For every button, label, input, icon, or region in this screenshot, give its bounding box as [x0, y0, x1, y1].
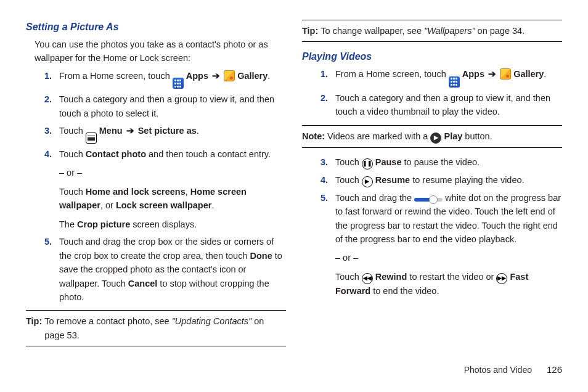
body-text: Touch a category and then a group to vie…	[59, 94, 274, 118]
fast-forward-icon: ▶▶	[496, 273, 507, 284]
resume-label: Resume	[375, 175, 410, 185]
heading-playing-videos: Playing Videos	[302, 49, 562, 65]
list-item: From a Home screen, touch Apps ➔ Gallery…	[59, 69, 286, 89]
list-item: From a Home screen, touch Apps ➔ Gallery…	[335, 67, 562, 88]
heading-setting-picture-as: Setting a Picture As	[26, 20, 286, 35]
arrow-icon: ➔	[212, 71, 220, 81]
home-lock-screens-label: Home and lock screens	[86, 187, 186, 197]
t: Touch and drag the	[335, 193, 414, 203]
list-item: Touch a category and then a group to vie…	[335, 91, 562, 119]
arrow-icon: ➔	[126, 126, 134, 136]
list-item: Touch ❚❚ Pause to pause the video.	[335, 155, 562, 169]
steps-left: From a Home screen, touch Apps ➔ Gallery…	[26, 69, 286, 304]
body-text: Touch ◀◀ Rewind to restart the video or …	[335, 270, 562, 298]
t: Touch	[59, 187, 86, 197]
steps-right: From a Home screen, touch Apps ➔ Gallery…	[302, 67, 562, 118]
t: button.	[462, 131, 492, 141]
note-label: Note:	[302, 129, 325, 144]
menu-icon	[86, 133, 97, 144]
page-number: 126	[547, 362, 562, 377]
page-columns: Setting a Picture As You can use the pho…	[26, 20, 562, 354]
or-text: – or –	[335, 251, 562, 264]
period: .	[267, 71, 270, 81]
body-text: The Crop picture screen displays.	[59, 218, 286, 231]
list-item: Touch Menu ➔ Set picture as.	[59, 124, 286, 144]
done-label: Done	[250, 251, 272, 261]
t: To change wallpaper, see	[321, 26, 424, 36]
t: .	[544, 69, 546, 79]
gallery-icon	[500, 68, 511, 80]
t: .	[211, 200, 214, 210]
body-text: Touch	[59, 126, 86, 136]
gallery-icon	[224, 70, 235, 81]
set-picture-as-label: Set picture as	[138, 126, 197, 136]
t: to pause the video.	[402, 157, 480, 167]
t: Touch a category and then a group to vie…	[335, 93, 550, 116]
play-label: Play	[444, 131, 462, 141]
menu-label: Menu	[99, 126, 123, 136]
t: The	[59, 219, 77, 229]
apps-label: Apps	[186, 71, 208, 81]
rewind-label: Rewind	[375, 272, 407, 282]
t: Videos are marked with a	[327, 131, 430, 141]
lock-screen-wallpaper-label: Lock screen wallpaper	[116, 200, 212, 210]
t: Touch	[335, 272, 362, 282]
tip-text: To change wallpaper, see "Wallpapers" on…	[321, 24, 525, 38]
crop-picture-label: Crop picture	[77, 219, 130, 229]
t: Touch	[335, 175, 362, 185]
list-item: Touch and drag the crop box or the sides…	[59, 235, 286, 304]
steps-right-cont: Touch ❚❚ Pause to pause the video. Touch…	[302, 155, 562, 298]
left-column: Setting a Picture As You can use the pho…	[26, 20, 286, 354]
reference-italic: "Updating Contacts"	[172, 316, 252, 326]
t: screen displays.	[130, 219, 197, 229]
period: .	[197, 126, 199, 136]
t: , or	[100, 200, 116, 210]
t: on page 34.	[475, 26, 525, 36]
pause-icon: ❚❚	[362, 158, 373, 169]
intro-text: You can use the photos you take as a con…	[26, 38, 286, 65]
t: Touch	[335, 157, 362, 167]
rewind-icon: ◀◀	[362, 273, 373, 284]
tip-label: Tip:	[26, 314, 42, 342]
list-item: Touch a category and then a group to vie…	[59, 92, 286, 120]
t: From a Home screen, touch	[335, 69, 449, 79]
body-text: From a Home screen, touch	[59, 71, 173, 81]
progress-slider-icon	[414, 198, 443, 202]
play-icon: ▶	[430, 133, 441, 144]
body-text: and then touch a contact entry.	[146, 149, 271, 159]
list-item: Touch and drag the white dot on the prog…	[335, 191, 562, 298]
tip-box: Tip: To remove a contact photo, see "Upd…	[26, 310, 286, 346]
list-item: Touch Contact photo and then touch a con…	[59, 147, 286, 231]
right-column: Tip: To change wallpaper, see "Wallpaper…	[302, 20, 562, 354]
page-footer: Photos and Video 126	[26, 362, 562, 377]
apps-label: Apps	[462, 69, 484, 79]
tip-label: Tip:	[302, 24, 318, 38]
arrow-icon: ➔	[488, 69, 496, 79]
note-box: Note: Videos are marked with a ▶ Play bu…	[302, 125, 562, 148]
or-text: – or –	[59, 166, 286, 179]
body-text: Touch Home and lock screens, Home screen…	[59, 185, 286, 213]
contact-photo-label: Contact photo	[86, 149, 146, 159]
t: To remove a contact photo, see	[44, 316, 171, 326]
gallery-label: Gallery	[237, 71, 267, 81]
cancel-label: Cancel	[128, 279, 158, 288]
resume-icon: ▶	[362, 176, 373, 187]
tip-box: Tip: To change wallpaper, see "Wallpaper…	[302, 20, 562, 42]
t: Touch and drag the crop box or the sides…	[59, 237, 274, 260]
pause-label: Pause	[375, 157, 402, 167]
t: to restart the video or	[407, 272, 496, 282]
t: to resume playing the video.	[410, 175, 524, 185]
t: to end the video.	[370, 286, 439, 296]
body-text: Touch	[59, 149, 86, 159]
note-text: Videos are marked with a ▶ Play button.	[327, 129, 492, 144]
footer-section: Photos and Video	[464, 364, 532, 377]
gallery-label: Gallery	[513, 69, 544, 79]
apps-icon	[173, 78, 184, 89]
reference-italic: "Wallpapers"	[424, 26, 475, 36]
apps-icon	[449, 76, 460, 88]
tip-text: To remove a contact photo, see "Updating…	[44, 314, 286, 342]
t: ,	[186, 187, 190, 197]
list-item: Touch ▶ Resume to resume playing the vid…	[335, 173, 562, 187]
